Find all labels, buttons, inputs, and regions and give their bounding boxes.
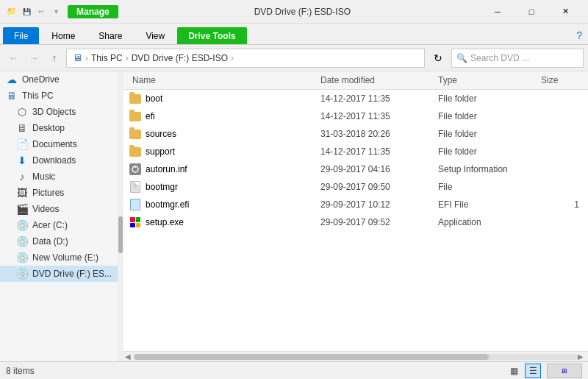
tab-file[interactable]: File <box>3 27 39 44</box>
tab-share[interactable]: Share <box>87 27 133 44</box>
table-row[interactable]: bootmgr 29-09-2017 09:50 File <box>123 178 588 196</box>
documents-icon: 📄 <box>16 138 28 150</box>
filename-label: bootmgr <box>146 182 178 192</box>
table-row[interactable]: sources 31-03-2018 20:26 File folder <box>123 125 588 143</box>
manage-tab-highlight: Manage <box>68 5 118 18</box>
maximize-button[interactable]: □ <box>514 0 548 24</box>
sidebar-item-onedrive[interactable]: ☁ OneDrive <box>0 71 118 88</box>
filename-label: bootmgr.efi <box>146 199 189 210</box>
table-row[interactable]: autorun.inf 29-09-2017 04:16 Setup Infor… <box>123 160 588 178</box>
search-icon: 🔍 <box>456 53 467 63</box>
videos-icon: 🎬 <box>16 203 28 215</box>
filename-label: autorun.inf <box>146 164 187 174</box>
path-thispc[interactable]: This PC <box>91 53 123 63</box>
file-size <box>538 115 582 118</box>
folder-icon <box>129 128 141 140</box>
file-size <box>538 150 582 153</box>
path-sep-2: › <box>126 53 129 63</box>
table-row[interactable]: support 14-12-2017 11:35 File folder <box>123 143 588 160</box>
search-box[interactable]: 🔍 Search DVD ... <box>451 49 584 68</box>
windows-badge: ⊞ <box>547 364 582 378</box>
horizontal-scrollbar[interactable]: ◀ ▶ <box>123 351 588 361</box>
file-list-header: Name Date modified Type Size <box>123 71 588 90</box>
table-row[interactable]: boot 14-12-2017 11:35 File folder <box>123 90 588 107</box>
3d-icon: ⬡ <box>16 106 28 118</box>
sidebar-item-pictures[interactable]: 🖼 Pictures <box>0 185 118 201</box>
sidebar-label-videos: Videos <box>32 204 59 214</box>
table-row[interactable]: efi 14-12-2017 11:35 File folder <box>123 107 588 125</box>
filename-label: support <box>146 146 175 157</box>
file-name-sources: sources <box>129 127 318 141</box>
path-dvddrive[interactable]: DVD Drive (F:) ESD-ISO <box>132 53 228 63</box>
sidebar-label-newvolumee: New Volume (E:) <box>32 252 98 263</box>
window-title: DVD Drive (F:) ESD-ISO <box>124 7 481 17</box>
sidebar-item-documents[interactable]: 📄 Documents <box>0 136 118 152</box>
minimize-button[interactable]: ─ <box>481 0 514 24</box>
filename-label: boot <box>146 93 162 104</box>
back-button[interactable]: ← <box>4 49 22 67</box>
sidebar-item-datad[interactable]: 💿 Data (D:) <box>0 233 118 249</box>
filename-label: sources <box>146 129 176 139</box>
column-type[interactable]: Type <box>435 73 538 88</box>
file-name-support: support <box>129 144 318 159</box>
table-row[interactable]: bootmgr.efi 29-09-2017 10:12 EFI File 1 <box>123 196 588 213</box>
column-size[interactable]: Size <box>538 73 582 88</box>
sidebar-item-newvolumee[interactable]: 💿 New Volume (E:) <box>0 249 118 266</box>
pictures-icon: 🖼 <box>16 187 28 199</box>
path-sep-1: › <box>85 53 88 63</box>
view-details-button[interactable]: ▦ <box>506 364 522 378</box>
scroll-left-button[interactable]: ◀ <box>125 353 134 361</box>
sidebar-label-downloads: Downloads <box>32 155 76 166</box>
file-area: Name Date modified Type Size boot 14-12-… <box>123 71 588 361</box>
file-name-bootmgr-efi: bootmgr.efi <box>129 197 318 212</box>
tab-view[interactable]: View <box>135 27 176 44</box>
ribbon-tabs: File Home Share View Drive Tools ? <box>0 24 588 44</box>
help-button[interactable]: ? <box>573 26 585 44</box>
view-list-button[interactable]: ☰ <box>525 364 541 378</box>
up-button[interactable]: ↑ <box>46 49 63 67</box>
sidebar-scrollbar[interactable] <box>118 71 123 361</box>
file-date: 14-12-2017 11:35 <box>318 110 435 123</box>
table-row[interactable]: setup.exe 29-09-2017 09:52 Application <box>123 213 588 231</box>
sidebar-item-dvddrive[interactable]: 💿 DVD Drive (F:) ES... <box>0 266 118 282</box>
file-list: boot 14-12-2017 11:35 File folder efi 14… <box>123 90 588 351</box>
sidebar-item-thispc[interactable]: 🖥 This PC <box>0 88 118 104</box>
folder-icon <box>129 93 141 105</box>
column-name[interactable]: Name <box>129 73 318 88</box>
sidebar-label-datad: Data (D:) <box>32 236 68 247</box>
forward-button[interactable]: → <box>25 49 43 67</box>
file-name-efi-folder: efi <box>129 109 318 124</box>
setup-exe-icon <box>129 216 141 228</box>
file-name-boot: boot <box>129 91 318 106</box>
quick-access-icon: 💾 <box>21 6 32 18</box>
svg-rect-0 <box>129 163 141 175</box>
sidebar-label-documents: Documents <box>32 139 77 149</box>
view-controls: ▦ ☰ ⊞ <box>506 364 582 378</box>
customize-icon[interactable]: ▾ <box>50 6 62 18</box>
column-date[interactable]: Date modified <box>318 73 435 88</box>
file-size <box>538 221 582 224</box>
tab-drivetools[interactable]: Drive Tools <box>177 27 246 44</box>
scroll-right-button[interactable]: ▶ <box>578 353 587 361</box>
sidebar-label-music: Music <box>32 171 55 182</box>
sidebar-item-videos[interactable]: 🎬 Videos <box>0 201 118 217</box>
refresh-button[interactable]: ↻ <box>428 48 448 68</box>
path-sep-3: › <box>231 53 234 63</box>
file-type: File folder <box>435 110 538 123</box>
sidebar-item-music[interactable]: ♪ Music <box>0 169 118 185</box>
undo-icon[interactable]: ↩ <box>35 6 47 18</box>
file-name-autorun: autorun.inf <box>129 162 318 177</box>
close-button[interactable]: ✕ <box>548 0 582 24</box>
drive-d-icon: 💿 <box>16 235 28 247</box>
address-path[interactable]: 🖥 › This PC › DVD Drive (F:) ESD-ISO › <box>66 49 425 68</box>
generic-file-icon <box>129 181 141 193</box>
sidebar-item-downloads[interactable]: ⬇ Downloads <box>0 152 118 169</box>
sidebar-item-acerc[interactable]: 💿 Acer (C:) <box>0 217 118 233</box>
app-icon: 📁 <box>6 6 18 18</box>
sidebar-item-3dobjects[interactable]: ⬡ 3D Objects <box>0 104 118 120</box>
title-bar: 📁 💾 ↩ ▾ Manage DVD Drive (F:) ESD-ISO ─ … <box>0 0 588 24</box>
file-type: File folder <box>435 92 538 105</box>
sidebar-item-desktop[interactable]: 🖥 Desktop <box>0 120 118 136</box>
file-date: 14-12-2017 11:35 <box>318 92 435 105</box>
tab-home[interactable]: Home <box>40 27 86 44</box>
